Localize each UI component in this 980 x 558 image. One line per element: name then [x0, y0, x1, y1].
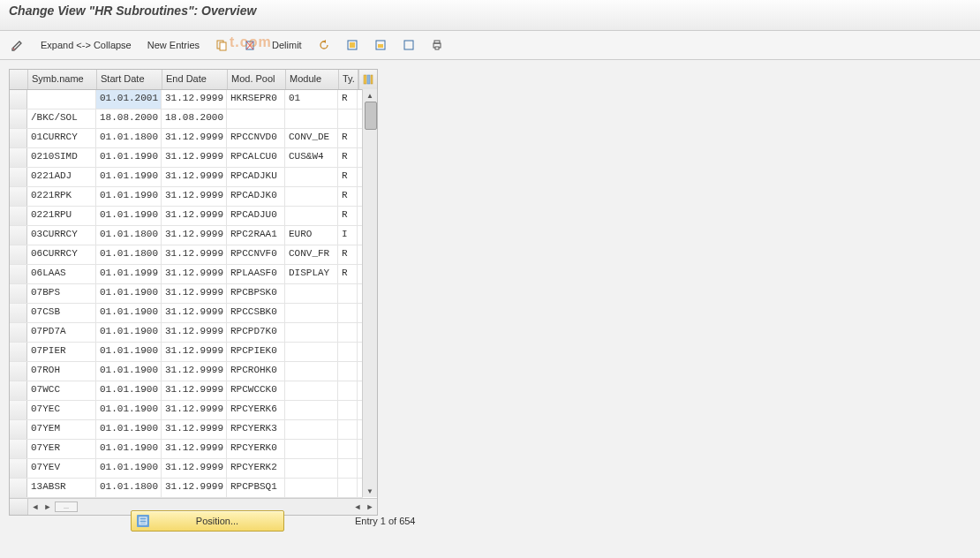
cell-module[interactable] — [285, 420, 338, 439]
cell-type[interactable] — [338, 440, 358, 458]
cell-start[interactable]: 01.01.1800 — [96, 226, 162, 245]
row-selector[interactable] — [10, 265, 27, 283]
col-type[interactable]: Ty. — [339, 70, 358, 89]
cell-end[interactable]: 31.12.9999 — [162, 207, 227, 225]
cell-module[interactable]: EURO — [285, 226, 338, 245]
row-selector[interactable] — [10, 109, 27, 128]
cell-end[interactable]: 31.12.9999 — [162, 148, 227, 167]
scroll-down-icon[interactable]: ▼ — [364, 485, 376, 497]
cell-name[interactable] — [27, 90, 96, 109]
cell-start[interactable]: 01.01.1900 — [96, 343, 162, 361]
cell-start[interactable]: 01.01.1990 — [96, 187, 162, 206]
cell-pool[interactable]: RPCCNVD0 — [227, 129, 285, 147]
cell-type[interactable]: R — [338, 90, 358, 109]
cell-type[interactable]: R — [338, 148, 358, 167]
cell-type[interactable]: R — [338, 265, 358, 283]
vertical-scrollbar[interactable]: ▲ ▼ — [362, 89, 377, 497]
cell-end[interactable]: 31.12.9999 — [162, 90, 227, 109]
cell-type[interactable]: R — [338, 245, 358, 264]
cell-module[interactable] — [285, 440, 338, 458]
cell-name[interactable]: 06LAAS — [27, 265, 96, 283]
new-entries-button[interactable]: New Entries — [142, 36, 205, 54]
cell-module[interactable]: CUS&W4 — [285, 148, 338, 167]
cell-module[interactable] — [285, 381, 338, 400]
cell-end[interactable]: 31.12.9999 — [162, 304, 227, 322]
row-selector[interactable] — [10, 304, 27, 322]
cell-name[interactable]: /BKC/SOL — [27, 109, 96, 128]
cell-start[interactable]: 01.01.1900 — [96, 284, 162, 303]
cell-name[interactable]: 07CSB — [27, 304, 96, 322]
cell-end[interactable]: 31.12.9999 — [162, 440, 227, 458]
cell-end[interactable]: 31.12.9999 — [162, 381, 227, 400]
cell-end[interactable]: 31.12.9999 — [162, 129, 227, 147]
cell-pool[interactable]: RPCCNVF0 — [227, 245, 285, 264]
cell-module[interactable]: 01 — [285, 90, 338, 109]
col-enddate[interactable]: End Date — [162, 70, 228, 89]
row-selector[interactable] — [10, 323, 27, 342]
cell-pool[interactable]: RPCYERK2 — [227, 459, 285, 478]
cell-type[interactable] — [338, 304, 358, 322]
cell-start[interactable]: 01.01.1900 — [96, 420, 162, 439]
cell-pool[interactable] — [227, 109, 285, 128]
row-selector[interactable] — [10, 226, 27, 245]
cell-start[interactable]: 18.08.2000 — [96, 109, 162, 128]
copy-icon[interactable] — [210, 36, 233, 54]
cell-type[interactable] — [338, 284, 358, 303]
cell-name[interactable]: 07YEV — [27, 459, 96, 478]
cell-module[interactable] — [285, 109, 338, 128]
cell-pool[interactable]: RPCPIEK0 — [227, 343, 285, 361]
cell-type[interactable]: R — [338, 187, 358, 206]
cell-module[interactable] — [285, 362, 338, 381]
col-startdate[interactable]: Start Date — [97, 70, 162, 89]
cell-pool[interactable]: HKRSEPR0 — [227, 90, 285, 109]
cell-type[interactable] — [338, 323, 358, 342]
row-selector[interactable] — [10, 479, 27, 497]
cell-start[interactable]: 01.01.1900 — [96, 304, 162, 322]
position-button[interactable]: Position... — [131, 510, 284, 532]
cell-start[interactable]: 01.01.1900 — [96, 401, 162, 419]
cell-type[interactable]: I — [338, 226, 358, 245]
cell-pool[interactable]: RPCALCU0 — [227, 148, 285, 167]
cell-start[interactable]: 01.01.1900 — [96, 459, 162, 478]
row-selector[interactable] — [10, 401, 27, 419]
cell-pool[interactable]: RPC2RAA1 — [227, 226, 285, 245]
cell-name[interactable]: 06CURRCY — [27, 245, 96, 264]
cell-pool[interactable]: RPCYERK0 — [227, 440, 285, 458]
scroll-up-icon[interactable]: ▲ — [364, 89, 376, 102]
row-selector[interactable] — [10, 148, 27, 167]
cell-start[interactable]: 01.01.1800 — [96, 129, 162, 147]
cell-type[interactable] — [338, 420, 358, 439]
cell-pool[interactable]: RPCCSBK0 — [227, 304, 285, 322]
cell-start[interactable]: 01.01.1999 — [96, 265, 162, 283]
cell-start[interactable]: 01.01.1900 — [96, 381, 162, 400]
row-selector[interactable] — [10, 90, 27, 109]
cell-name[interactable]: 07YEM — [27, 420, 96, 439]
cell-module[interactable]: CONV_FR — [285, 245, 338, 264]
cell-start[interactable]: 01.01.1800 — [96, 479, 162, 497]
cell-module[interactable] — [285, 401, 338, 419]
cell-pool[interactable]: RPCBPSK0 — [227, 284, 285, 303]
cell-module[interactable]: CONV_DE — [285, 129, 338, 147]
hscroll-left-icon[interactable]: ◄ — [30, 501, 41, 512]
col-symbname[interactable]: Symb.name — [28, 70, 97, 89]
cell-pool[interactable]: RPCYERK6 — [227, 401, 285, 419]
cell-pool[interactable]: RPCADJK0 — [227, 187, 285, 206]
hscroll-right-icon[interactable]: ► — [42, 501, 53, 512]
cell-module[interactable] — [285, 343, 338, 361]
cell-pool[interactable]: RPCADJKU — [227, 168, 285, 186]
cell-module[interactable] — [285, 207, 338, 225]
cell-name[interactable]: 0221RPU — [27, 207, 96, 225]
cell-pool[interactable]: RPCPD7K0 — [227, 323, 285, 342]
cell-type[interactable]: R — [338, 129, 358, 147]
cell-end[interactable]: 31.12.9999 — [162, 343, 227, 361]
hscroll-handle[interactable]: ⋯ — [55, 501, 78, 512]
cell-module[interactable] — [285, 187, 338, 206]
row-selector[interactable] — [10, 440, 27, 458]
cell-name[interactable]: 07BPS — [27, 284, 96, 303]
cell-name[interactable]: 03CURRCY — [27, 226, 96, 245]
col-modpool[interactable]: Mod. Pool — [228, 70, 286, 89]
cell-type[interactable] — [338, 343, 358, 361]
scroll-thumb[interactable] — [365, 102, 377, 130]
cell-end[interactable]: 31.12.9999 — [162, 362, 227, 381]
cell-type[interactable] — [338, 109, 358, 128]
